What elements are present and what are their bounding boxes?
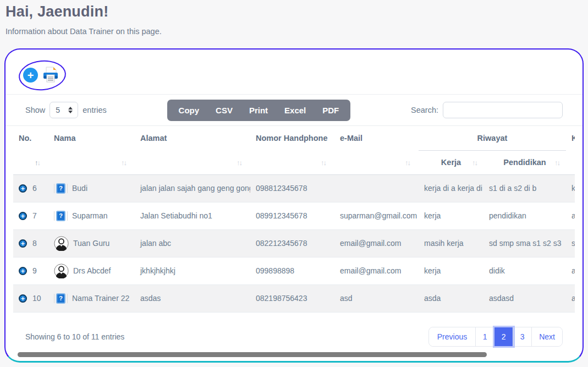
sort-control-no[interactable] [13,150,48,174]
table-row: 8 Tuan Guru jalan abc 082212345678 em [13,229,575,257]
card-toolbar [6,50,582,95]
table-row: 10 Nama Trainer 22 asdas 082198756423 [13,284,575,312]
pagination-next[interactable]: Next [532,327,562,346]
sort-icon [121,158,126,167]
sort-control-nama[interactable] [48,150,135,174]
cell-alamat: asdas [135,284,250,312]
subcolumn-header-pendidikan: Pendidikan [503,158,546,167]
sort-control-phone[interactable] [250,150,334,174]
column-header-no[interactable]: No. [13,126,48,150]
data-trainer-card: Show 5 entries Copy CSV Print Excel PDF … [4,48,584,363]
sort-asc-icon [35,158,40,167]
sort-icon [321,158,326,167]
trainer-name: Budi [72,184,87,193]
scrollbar-thumb[interactable] [18,352,487,357]
entries-label: entries [83,106,107,114]
export-button-group: Copy CSV Print Excel PDF [167,100,351,121]
cell-email: email@gmail.com [334,257,419,284]
csv-button[interactable]: CSV [207,102,241,119]
horizontal-scrollbar [13,352,575,357]
sort-icon [554,158,559,167]
row-number: 8 [32,239,37,248]
plus-icon [21,239,25,248]
pdf-button[interactable]: PDF [314,102,347,119]
table-controls: Show 5 entries Copy CSV Print Excel PDF … [6,95,582,126]
row-number: 9 [32,266,37,275]
sort-control-pendidikan[interactable]: Pendidikan [483,150,566,174]
broken-image-icon [54,183,68,194]
page-length-control: Show 5 entries [25,102,107,118]
show-label: Show [25,106,45,114]
cell-phone: 098812345678 [250,174,334,202]
trainer-name: Drs Abcdef [73,266,111,275]
cell-clipped: s [566,229,575,257]
column-header-nama[interactable]: Nama [48,126,135,150]
cell-kerja: kerja di a kerja di b [419,174,483,202]
search-label: Search: [411,106,438,114]
expand-row-button[interactable] [19,294,27,303]
cell-email [334,174,419,202]
blue-ellipse-highlight [18,58,67,92]
print-export-button[interactable]: Print [241,102,276,119]
cell-phone: 082212345678 [250,229,334,257]
broken-image-icon [54,293,68,304]
cell-clipped: a [566,284,575,312]
pagination-previous[interactable]: Previous [429,327,476,346]
pagination-page-1[interactable]: 1 [476,327,494,346]
avatar [54,236,69,251]
copy-button[interactable]: Copy [171,102,208,119]
search-control: Search: [411,102,563,118]
trainer-name: Suparman [72,211,108,220]
column-header-phone[interactable]: Nomor Handphone [250,126,334,150]
row-number: 7 [32,211,37,220]
expand-row-button[interactable] [19,267,27,275]
avatar [54,211,68,221]
column-header-clipped[interactable]: K [566,126,575,150]
plus-icon [21,211,25,220]
pagination-page-2[interactable]: 2 [494,327,513,346]
cell-kerja: masih kerja [419,229,483,257]
table-info: Showing 6 to 10 of 11 entries [25,332,124,341]
sort-control-clipped[interactable] [566,150,575,174]
cell-clipped: a [566,257,575,284]
column-header-alamat[interactable]: Alamat [135,126,250,150]
table-footer: Showing 6 to 10 of 11 entries Previous 1… [6,313,582,347]
data-trainer-page: Hai, Jaenudin! Information about Data Tr… [0,0,588,367]
broken-image-icon [54,211,68,221]
row-number: 10 [32,294,41,303]
cell-kerja: asda [419,284,483,312]
plus-icon [21,266,25,275]
excel-button[interactable]: Excel [276,102,314,119]
trainer-table: No. Nama Alamat Nomor Handphone e-Mail R… [13,126,575,313]
cell-alamat: Jalan Setiabudhi no1 [135,202,250,229]
page-length-value: 5 [56,106,60,114]
sort-control-email[interactable] [334,150,419,174]
sort-control-alamat[interactable] [135,150,250,174]
pagination-page-3[interactable]: 3 [513,327,532,346]
page-subtitle: Information about Data Trainer on this p… [6,27,588,36]
cell-alamat: jalan jalan sajah gang geng gong [135,174,250,202]
sort-icon [472,158,477,167]
subcolumn-header-kerja: Kerja [441,158,461,167]
plus-icon [21,184,25,193]
person-avatar-icon [54,264,69,278]
expand-row-button[interactable] [19,239,27,248]
header-row-labels: No. Nama Alamat Nomor Handphone e-Mail R… [13,126,575,150]
expand-row-button[interactable] [19,184,27,193]
cell-phone: 099898898 [250,257,334,284]
column-header-email[interactable]: e-Mail [334,126,419,150]
cell-pendidikan: s1 di a s2 di b [483,174,566,202]
trainer-name: Tuan Guru [73,239,109,248]
cell-alamat: jkhkjhkjhkj [135,257,250,284]
pagination: Previous 1 2 3 Next [428,327,563,347]
expand-row-button[interactable] [19,212,27,220]
cell-pendidikan: pendidikan [483,202,566,229]
row-number: 6 [32,184,37,193]
cell-pendidikan: didik [483,257,566,284]
page-length-select[interactable]: 5 [50,102,78,118]
table-row: 9 Drs Abcdef jkhkjhkjhkj 099898898 em [13,257,575,284]
table-row: 7 Suparman Jalan Setiabudhi no1 08991234… [13,202,575,229]
trainer-name: Nama Trainer 22 [72,294,129,303]
search-input[interactable] [443,102,563,118]
sort-control-kerja[interactable]: Kerja [419,150,483,174]
